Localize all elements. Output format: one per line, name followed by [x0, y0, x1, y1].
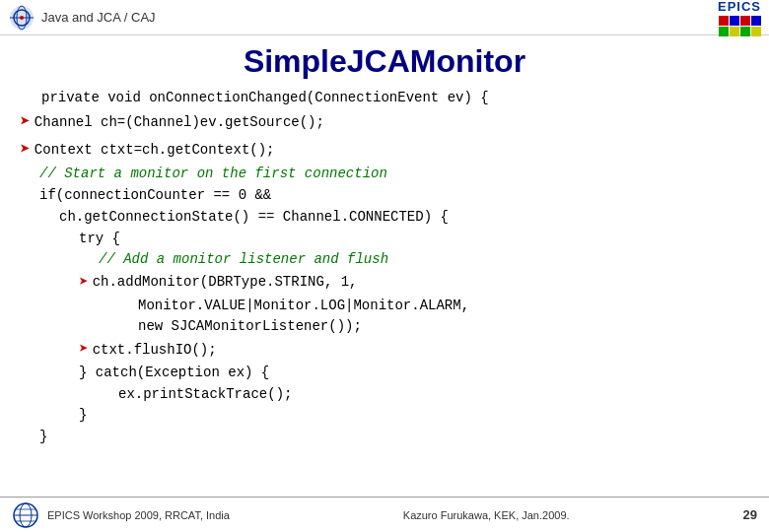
header: Java and JCA / CAJ EPICS [0, 0, 769, 35]
code-line-8: // Add a monitor listener and flush [20, 249, 749, 271]
code-content: private void onConnectionChanged(Connect… [0, 84, 769, 452]
code-line-12: ➤ ctxt.flushIO(); [20, 338, 749, 363]
footer-center-text: Kazuro Furukawa, KEK, Jan.2009. [403, 509, 570, 521]
code-text-11: new SJCAMonitorListener()); [138, 316, 362, 338]
code-line-9: ➤ ch.addMonitor(DBRType.STRING, 1, [20, 271, 749, 296]
sq4 [751, 16, 761, 26]
arrow-icon-12: ➤ [79, 338, 89, 363]
code-line-10: Monitor.VALUE|Monitor.LOG|Monitor.ALARM, [20, 296, 749, 317]
header-title: Java and JCA / CAJ [41, 10, 156, 25]
code-text-6: ch.getConnectionState() == Channel.CONNE… [59, 207, 449, 229]
footer-left-text: EPICS Workshop 2009, RRCAT, India [47, 509, 230, 521]
epics-label: EPICS [718, 0, 761, 14]
arrow-icon-3: ➤ [20, 137, 31, 165]
code-line-7: try { [20, 229, 749, 250]
code-text-2: Channel ch=(Channel)ev.getSource(); [35, 112, 324, 134]
code-text-5: if(connectionCounter == 0 && [39, 185, 271, 207]
slide-title: SimpleJCAMonitor [0, 43, 769, 80]
sq3 [740, 16, 750, 26]
code-text-15: } [79, 405, 87, 427]
code-line-16: } [20, 427, 749, 448]
code-line-3: ➤ Context ctxt=ch.getContext(); [20, 137, 749, 165]
sq6 [730, 27, 739, 36]
code-line-4: // Start a monitor on the first connecti… [20, 164, 749, 185]
code-line-11: new SJCAMonitorListener()); [20, 316, 749, 338]
code-text-3: Context ctxt=ch.getContext(); [35, 140, 275, 162]
code-text-10: Monitor.VALUE|Monitor.LOG|Monitor.ALARM, [138, 296, 469, 317]
code-line-14: ex.printStackTrace(); [20, 384, 749, 406]
code-text-8: // Add a monitor listener and flush [99, 249, 388, 271]
code-line-6: ch.getConnectionState() == Channel.CONNE… [20, 207, 749, 229]
svg-point-4 [20, 16, 24, 20]
code-text-13: } catch(Exception ex) { [79, 363, 269, 384]
footer-slide-number: 29 [743, 507, 757, 522]
header-left: Java and JCA / CAJ [8, 4, 156, 32]
code-text-9: ch.addMonitor(DBRType.STRING, 1, [93, 272, 358, 294]
sq7 [740, 27, 750, 36]
arrow-icon-2: ➤ [20, 109, 31, 137]
code-line-1: private void onConnectionChanged(Connect… [20, 88, 749, 109]
code-line-13: } catch(Exception ex) { [20, 363, 749, 384]
epics-logo: EPICS [718, 0, 761, 36]
code-line-2: ➤ Channel ch=(Channel)ev.getSource(); [20, 109, 749, 137]
sq5 [719, 27, 729, 36]
globe-icon [12, 501, 39, 529]
code-line-5: if(connectionCounter == 0 && [20, 185, 749, 207]
code-text-16: } [39, 427, 47, 448]
code-text-1: private void onConnectionChanged(Connect… [41, 88, 489, 109]
code-text-7: try { [79, 229, 120, 250]
code-line-15: } [20, 405, 749, 427]
arrow-icon-9: ➤ [79, 271, 89, 296]
footer: EPICS Workshop 2009, RRCAT, India Kazuro… [0, 497, 769, 532]
code-text-4: // Start a monitor on the first connecti… [39, 164, 387, 185]
epics-squares [719, 16, 761, 36]
slide-title-bar: SimpleJCAMonitor [0, 35, 769, 84]
code-text-14: ex.printStackTrace(); [118, 384, 292, 406]
sq8 [751, 27, 761, 36]
code-block: private void onConnectionChanged(Connect… [20, 88, 749, 448]
sq2 [730, 16, 739, 26]
sq1 [719, 16, 729, 26]
footer-left: EPICS Workshop 2009, RRCAT, India [12, 501, 230, 529]
code-text-12: ctxt.flushIO(); [93, 340, 217, 362]
epics-emblem-icon [8, 4, 35, 32]
